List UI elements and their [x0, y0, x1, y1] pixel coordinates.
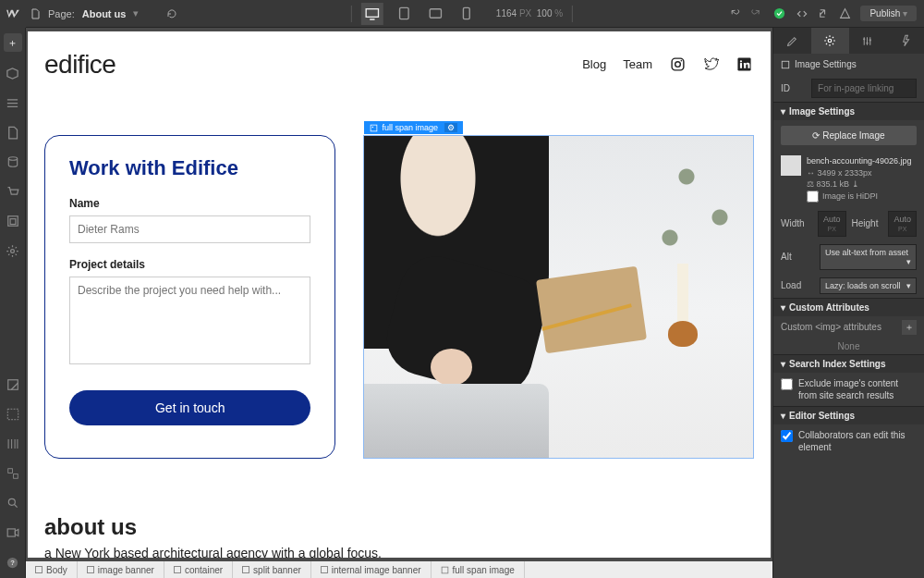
instagram-icon[interactable] — [669, 55, 686, 72]
section-search-index[interactable]: ▾ Search Index Settings — [773, 354, 924, 373]
svg-rect-0 — [366, 8, 378, 17]
svg-rect-7 — [10, 219, 16, 225]
canvas[interactable]: edifice Blog Team Work with Edifice Name… — [26, 28, 772, 561]
twitter-icon[interactable] — [702, 55, 719, 72]
app-logo[interactable] — [0, 0, 26, 28]
svg-point-28 — [867, 42, 869, 43]
asset-meta: bench-accounting-49026.jpg ↔ 3499 x 2333… — [773, 151, 924, 207]
submit-button[interactable]: Get in touch — [69, 390, 310, 425]
details-input[interactable] — [69, 277, 310, 364]
add-element-icon[interactable]: ＋ — [4, 33, 22, 52]
exclude-search-label: Exclude image's content from site search… — [798, 377, 917, 401]
svg-rect-22 — [739, 63, 741, 68]
crumb-4[interactable]: internal image banner — [311, 561, 432, 578]
section-image-settings[interactable]: ▾ Image Settings — [773, 102, 924, 120]
crumb-1[interactable]: image banner — [78, 561, 164, 578]
svg-rect-1 — [399, 7, 408, 18]
alt-select[interactable]: Use alt-text from asset ▾ — [820, 244, 917, 270]
hero-image — [364, 136, 753, 458]
settings-panel: Image Settings ID ▾ Image Settings ⟳ Rep… — [772, 28, 924, 578]
export-icon[interactable] — [818, 7, 830, 19]
svg-point-24 — [372, 126, 374, 128]
viewport-tablet[interactable] — [393, 3, 415, 25]
search-icon[interactable] — [5, 495, 21, 511]
custom-none: None — [773, 338, 924, 354]
svg-rect-12 — [13, 474, 18, 479]
refresh-icon[interactable] — [166, 8, 177, 19]
nav-blog[interactable]: Blog — [582, 57, 606, 71]
svg-point-26 — [828, 39, 832, 43]
assets-icon[interactable] — [5, 213, 21, 229]
select-icon[interactable] — [5, 406, 21, 423]
svg-rect-23 — [371, 125, 378, 131]
redo-icon[interactable] — [751, 7, 763, 19]
svg-rect-3 — [463, 7, 469, 18]
tab-settings[interactable] — [811, 28, 849, 54]
width-input[interactable]: Auto PX — [818, 211, 846, 237]
video-icon[interactable] — [5, 524, 21, 541]
help-icon[interactable]: ? — [5, 554, 21, 571]
svg-point-8 — [11, 249, 15, 252]
ecommerce-icon[interactable] — [5, 183, 21, 200]
grid-icon[interactable] — [5, 436, 21, 452]
tab-style[interactable] — [773, 28, 811, 54]
linkedin-icon[interactable] — [736, 55, 752, 72]
gear-icon[interactable]: ⚙ — [444, 123, 457, 132]
crumb-3[interactable]: split banner — [233, 561, 311, 578]
id-input[interactable] — [811, 79, 917, 98]
asset-thumbnail — [781, 155, 801, 176]
load-select[interactable]: Lazy: loads on scroll ▾ — [820, 277, 917, 294]
alt-label: Alt — [781, 252, 814, 262]
collab-checkbox[interactable] — [781, 430, 793, 442]
crumb-2[interactable]: container — [164, 561, 233, 578]
expand-icon[interactable] — [5, 376, 21, 393]
svg-point-29 — [869, 39, 871, 41]
left-toolbar: ＋ ? — [0, 28, 26, 578]
replace-image-button[interactable]: ⟳ Replace Image — [781, 126, 917, 145]
section-custom-attributes[interactable]: ▾ Custom Attributes — [773, 298, 924, 316]
viewport-desktop[interactable] — [361, 3, 383, 25]
crumb-5[interactable]: full span image — [432, 561, 525, 578]
pages-icon[interactable] — [5, 124, 21, 141]
add-attribute-button[interactable]: ＋ — [902, 320, 917, 335]
check-circle-icon[interactable] — [772, 6, 786, 20]
about-section: about us a New York based architectural … — [44, 514, 754, 558]
code-icon[interactable] — [796, 7, 808, 20]
svg-rect-30 — [782, 61, 789, 68]
viewport-tablet-landscape[interactable] — [424, 3, 446, 25]
page-body[interactable]: edifice Blog Team Work with Edifice Name… — [28, 31, 771, 558]
page-selector[interactable]: Page: About us ▾ — [0, 7, 177, 19]
asset-filename: bench-accounting-49026.jpg — [807, 155, 912, 167]
settings-icon[interactable] — [5, 242, 21, 259]
exclude-search-checkbox[interactable] — [781, 378, 793, 390]
viewport-phone[interactable] — [456, 3, 478, 25]
audit-icon[interactable] — [839, 7, 851, 19]
about-heading: about us — [44, 514, 754, 540]
tab-style-manager[interactable] — [849, 28, 887, 54]
undo-icon[interactable] — [730, 7, 742, 19]
tab-interactions[interactable] — [886, 28, 924, 54]
hidpi-checkbox[interactable] — [807, 191, 819, 203]
svg-point-18 — [675, 61, 680, 67]
image-icon — [781, 60, 790, 69]
crumb-body[interactable]: Body — [26, 561, 78, 578]
contact-card: Work with Edifice Name Project details G… — [44, 135, 335, 459]
section-editor[interactable]: ▾ Editor Settings — [773, 406, 924, 424]
height-input[interactable]: Auto PX — [888, 211, 917, 237]
about-body: a New York based architectural agency wi… — [44, 546, 754, 558]
topbar-actions: Publish ▾ — [730, 6, 917, 21]
name-input[interactable] — [69, 215, 310, 243]
svg-point-27 — [864, 38, 866, 40]
nav-team[interactable]: Team — [623, 57, 652, 71]
canvas-dimensions: 1164 PX 100 % — [496, 8, 563, 18]
publish-button[interactable]: Publish ▾ — [860, 6, 917, 21]
box-icon[interactable] — [5, 65, 21, 81]
selection-tag[interactable]: full span image ⚙ — [364, 121, 463, 134]
selected-image-element[interactable]: full span image ⚙ — [363, 135, 754, 459]
cms-icon[interactable] — [5, 154, 21, 170]
svg-rect-10 — [7, 409, 18, 419]
layers-icon[interactable] — [5, 94, 21, 111]
components-icon[interactable] — [5, 465, 21, 482]
svg-point-5 — [8, 157, 17, 161]
panel-tabs — [773, 28, 924, 54]
